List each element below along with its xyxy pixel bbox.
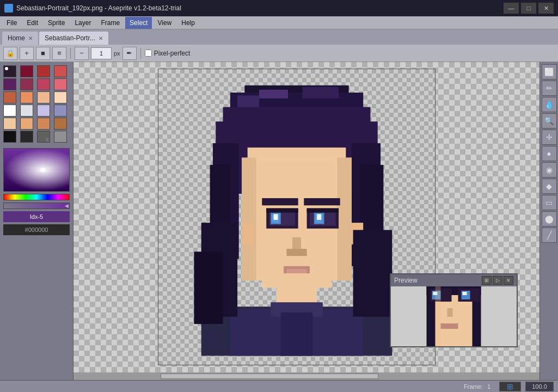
svg-rect-14 [242,158,256,281]
brush-type-button[interactable]: ✒ [122,47,137,60]
window-controls[interactable]: — □ ✕ [504,3,554,14]
swatch-2[interactable] [20,65,33,77]
minimize-button[interactable]: — [504,3,519,14]
add-layer-button[interactable]: + [20,47,34,60]
main-layout: || ◀ Idx-5 #000000 [0,62,558,380]
visibility-button[interactable]: ■ [36,47,50,60]
color-gradient[interactable] [3,148,70,192]
menu-sprite[interactable]: Sprite [44,17,69,29]
swatch-7[interactable] [37,78,50,90]
tab-sprite-close[interactable]: ✕ [99,35,103,41]
swatch-21[interactable] [3,131,16,143]
swatch-13[interactable] [3,105,16,117]
preview-grid-button[interactable]: ⊞ [482,276,492,285]
svg-rect-58 [441,323,458,329]
eyedropper-tool[interactable]: 💧 [542,97,557,112]
swatch-18[interactable] [20,118,33,130]
move-tool[interactable]: ✛ [542,130,557,145]
preview-image [391,286,517,346]
swatch-1[interactable] [3,65,16,77]
pixel-perfect-label[interactable]: Pixel-perfect [145,50,191,57]
line-tool[interactable]: ╱ [542,228,557,243]
swatch-14[interactable] [20,105,33,117]
status-bar: Frame: 1 ⊞ 100.0 [0,380,558,392]
app-icon [4,4,13,13]
swatch-3[interactable] [37,65,50,77]
swatch-17[interactable] [3,118,16,130]
menu-view[interactable]: View [153,17,176,29]
size-minus-button[interactable]: − [75,47,89,60]
menu-edit[interactable]: Edit [22,17,42,29]
lasso-tool[interactable]: ⬤ [542,211,557,226]
alpha-slider[interactable] [3,203,70,209]
windows-logo-area: ⊞ [499,382,521,391]
color-picker-area: ◀ Idx-5 #000000 [0,146,73,380]
swatch-6[interactable] [20,78,33,90]
svg-rect-44 [194,252,223,324]
hex-label[interactable]: #000000 [3,224,70,235]
tab-home-close[interactable]: ✕ [28,35,33,41]
swatch-5[interactable] [3,78,16,90]
svg-rect-35 [242,223,253,244]
toolbar-sep-1 [70,48,71,59]
swatch-4[interactable] [54,65,67,77]
preview-controls[interactable]: ⊞ ▷ ✕ [482,276,513,285]
swatch-9[interactable] [3,91,16,103]
menu-file[interactable]: File [2,17,21,29]
menu-select[interactable]: Select [125,17,152,29]
preview-close-button[interactable]: ✕ [504,276,513,285]
alpha-indicator: ◀ [65,203,69,209]
svg-rect-21 [266,209,298,213]
hue-slider[interactable] [3,194,70,200]
svg-rect-26 [317,214,321,220]
swatch-10[interactable] [20,91,33,103]
brush-size-input[interactable] [91,47,112,59]
eraser-tool[interactable]: ⬜ [542,64,557,79]
tab-sprite[interactable]: Sebastian-Portr... ✕ [39,32,108,45]
swatch-12[interactable] [54,91,67,103]
swatch-11[interactable] [37,91,50,103]
preview-play-button[interactable]: ▷ [493,276,502,285]
rect-select-tool[interactable]: ▭ [542,195,557,210]
idx-label[interactable]: Idx-5 [3,211,70,222]
windows-icon: ⊞ [507,382,513,391]
swatch-16[interactable] [54,105,67,117]
swatch-8[interactable] [54,78,67,90]
toolbar: 🔒 + ■ ≡ − px ✒ Pixel-perfect [0,45,558,62]
lock-button[interactable]: 🔒 [3,47,17,60]
swatch-23[interactable]: || [37,131,50,143]
maximize-button[interactable]: □ [521,3,536,14]
close-button[interactable]: ✕ [538,3,554,14]
swatch-15[interactable] [37,105,50,117]
title-bar-left: Sebastian-Portrait_192px.png - Aseprite … [4,4,181,13]
swatch-20[interactable] [54,118,67,130]
ink-tool[interactable]: ◆ [542,179,557,194]
swatch-19[interactable] [37,118,50,130]
svg-rect-41 [281,313,312,356]
svg-rect-57 [447,308,453,317]
magnifier-tool[interactable]: 🔍 [542,113,557,128]
preview-svg [391,286,517,346]
svg-rect-5 [237,95,259,107]
horizontal-scrollbar[interactable] [73,372,539,380]
menu-frame[interactable]: Frame [96,17,124,29]
svg-rect-54 [463,292,467,295]
layer-menu-button[interactable]: ≡ [52,47,66,60]
swatch-24[interactable] [54,131,67,143]
menu-help[interactable]: Help [177,17,199,29]
frame-value: 1 [487,383,490,390]
svg-rect-59 [436,286,441,346]
tab-home-label: Home [8,34,25,42]
tab-home[interactable]: Home ✕ [2,32,38,45]
menu-layer[interactable]: Layer [70,17,95,29]
pixel-perfect-checkbox[interactable] [145,50,152,57]
swatch-22[interactable] [20,131,33,143]
canvas-area[interactable]: Preview ⊞ ▷ ✕ [73,62,539,380]
svg-rect-6 [259,90,288,99]
brush-tool[interactable]: ◉ [542,162,557,177]
fill-tool[interactable]: ● [542,146,557,161]
preview-header: Preview ⊞ ▷ ✕ [391,274,517,286]
alpha-slider-container: ◀ [3,203,70,209]
pencil-tool[interactable]: ✏ [542,81,557,96]
scrollbar-thumb[interactable] [161,373,378,379]
